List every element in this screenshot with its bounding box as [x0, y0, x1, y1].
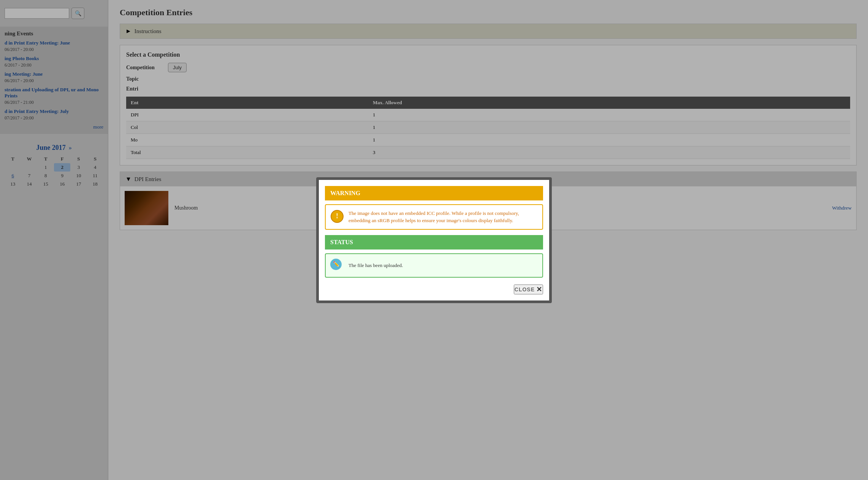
close-icon: ✕ [536, 285, 542, 294]
modal-overlay: WARNING ! The image does not have an emb… [0, 0, 868, 480]
modal-close-row: CLOSE ✕ [325, 283, 543, 294]
modal-warning-body: ! The image does not have an embedded IC… [325, 204, 543, 230]
modal-inner: WARNING ! The image does not have an emb… [319, 180, 549, 300]
status-pencil-icon: ✏️ [330, 259, 344, 272]
modal-box: WARNING ! The image does not have an emb… [316, 177, 552, 303]
modal-close-button[interactable]: CLOSE ✕ [514, 285, 543, 294]
modal-warning-header: WARNING [325, 186, 543, 200]
main-content: Competition Entries ► Instructions Selec… [108, 0, 868, 480]
pencil-icon: ✏️ [330, 259, 342, 270]
modal-status-body: ✏️ The file has been uploaded. [325, 253, 543, 278]
modal-status-header: STATUS [325, 235, 543, 250]
status-text: The file has been uploaded. [348, 262, 403, 269]
warning-text: The image does not have an embedded ICC … [348, 210, 538, 224]
close-label: CLOSE [515, 286, 535, 292]
warning-icon: ! [330, 210, 344, 223]
warning-exclamation-icon: ! [331, 210, 344, 223]
